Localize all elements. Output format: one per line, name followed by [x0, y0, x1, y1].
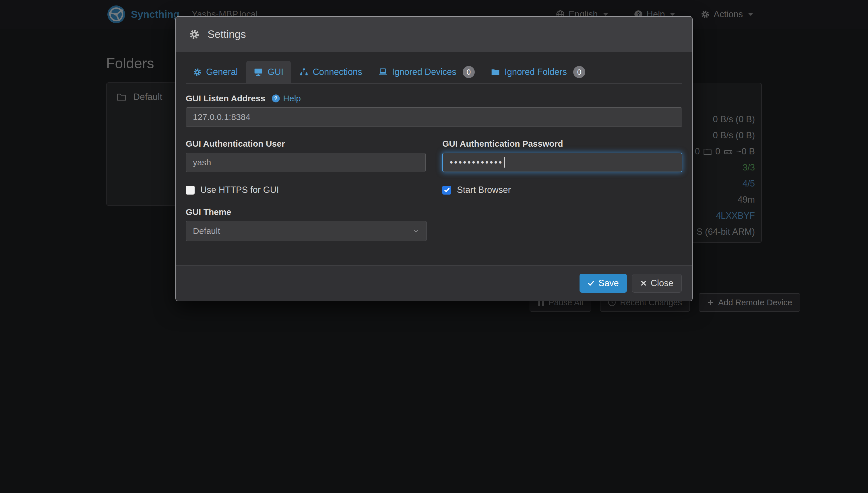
gui-listen-address-label: GUI Listen Address	[186, 93, 265, 103]
gui-auth-password-label: GUI Authentication Password	[442, 139, 682, 149]
sitemap-icon	[299, 68, 308, 76]
chevron-down-icon	[412, 227, 420, 235]
folder-icon	[491, 68, 500, 76]
help-link[interactable]: ? Help	[272, 93, 301, 103]
x-icon	[640, 280, 647, 286]
close-button[interactable]: Close	[632, 274, 682, 293]
tab-gui[interactable]: GUI	[246, 61, 291, 83]
start-browser-label: Start Browser	[457, 185, 511, 195]
monitor-icon	[254, 68, 263, 76]
svg-text:?: ?	[274, 95, 278, 101]
text-cursor	[504, 157, 505, 168]
question-circle-icon: ?	[272, 94, 280, 103]
gui-auth-user-label: GUI Authentication User	[186, 139, 426, 149]
gui-auth-user-input[interactable]: yash	[186, 153, 426, 172]
settings-modal-title: Settings	[208, 28, 246, 40]
tab-ignored-folders[interactable]: Ignored Folders 0	[483, 61, 593, 83]
use-https-checkbox[interactable]	[186, 186, 195, 195]
tab-ignored-devices[interactable]: Ignored Devices 0	[371, 61, 482, 83]
use-https-label: Use HTTPS for GUI	[200, 185, 279, 195]
ignored-devices-count-badge: 0	[463, 66, 475, 78]
gui-theme-select[interactable]: Default	[186, 221, 427, 241]
tab-general[interactable]: General	[186, 61, 245, 83]
gui-theme-label: GUI Theme	[186, 207, 682, 217]
settings-modal-footer: Save Close	[176, 265, 692, 301]
settings-modal-header: Settings	[176, 17, 692, 52]
gear-icon	[189, 29, 199, 40]
gear-icon	[193, 68, 202, 76]
gui-auth-password-input[interactable]: ••••••••••••	[442, 153, 682, 172]
start-browser-checkbox[interactable]	[442, 186, 451, 195]
settings-modal-body: General GUI Connections	[176, 52, 692, 265]
settings-tabs: General GUI Connections	[186, 61, 682, 84]
laptop-icon	[378, 68, 387, 76]
save-button[interactable]: Save	[579, 274, 627, 293]
gui-listen-address-input[interactable]: 127.0.0.1:8384	[186, 107, 682, 127]
ignored-folders-count-badge: 0	[573, 66, 585, 78]
tab-connections[interactable]: Connections	[292, 61, 369, 83]
settings-modal: Settings General GUI	[175, 16, 693, 301]
check-icon	[588, 280, 594, 287]
